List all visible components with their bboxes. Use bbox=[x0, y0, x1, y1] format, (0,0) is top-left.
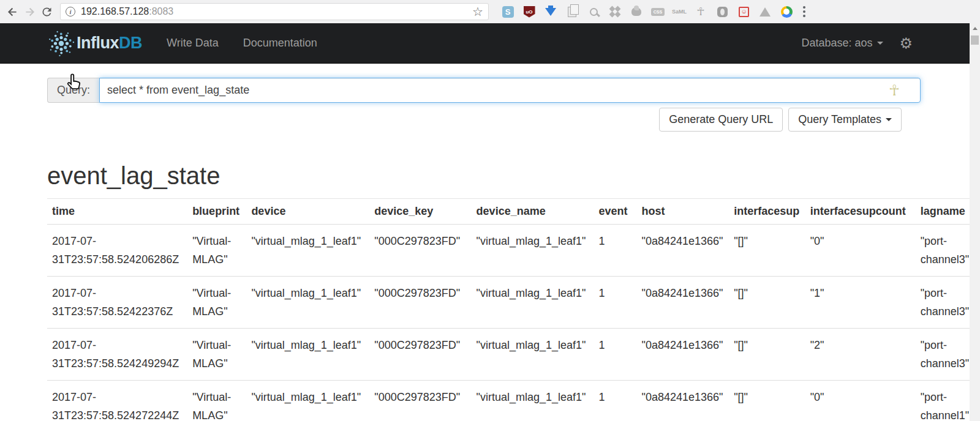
table-cell: "Virtual-MLAG" bbox=[187, 381, 246, 421]
table-cell: "000C297823FD" bbox=[369, 381, 471, 421]
url-text: 192.168.57.128:8083 bbox=[81, 6, 472, 17]
table-cell: "2" bbox=[805, 329, 916, 381]
reload-button[interactable] bbox=[38, 3, 55, 20]
query-input[interactable] bbox=[99, 78, 921, 103]
pages-extension-icon[interactable] bbox=[565, 5, 579, 18]
drive-extension-icon[interactable] bbox=[758, 5, 772, 18]
influxdb-starburst-icon bbox=[47, 29, 75, 58]
chevron-down-icon bbox=[886, 118, 892, 121]
table-cell: 1 bbox=[594, 381, 636, 421]
table-cell: "1" bbox=[805, 277, 916, 329]
column-header-device_key: device_key bbox=[369, 199, 471, 225]
download-arrow-icon[interactable] bbox=[544, 5, 557, 18]
table-cell: "virtual_mlag_1_leaf1" bbox=[472, 277, 594, 329]
table-cell: "000C297823FD" bbox=[369, 225, 471, 277]
table-row: 2017-07-31T23:57:58.524206286Z"Virtual-M… bbox=[47, 225, 980, 277]
column-header-device: device bbox=[246, 199, 369, 225]
results-table: timeblueprintdevicedevice_keydevice_name… bbox=[47, 198, 980, 421]
generate-query-url-button[interactable]: Generate Query URL bbox=[659, 108, 783, 132]
table-cell: "virtual_mlag_1_leaf1" bbox=[246, 381, 369, 421]
ublock-origin-icon[interactable]: uO bbox=[522, 5, 536, 18]
table-cell: "virtual_mlag_1_leaf1" bbox=[246, 277, 369, 329]
address-bar[interactable]: i 192.168.57.128:8083 ☆ bbox=[60, 3, 489, 20]
page-scrollbar[interactable] bbox=[970, 23, 980, 421]
nav-link-write-data[interactable]: Write Data bbox=[167, 37, 219, 50]
table-cell: "Virtual-MLAG" bbox=[187, 329, 246, 381]
table-cell: "0a84241e1366" bbox=[637, 381, 729, 421]
table-cell: "0a84241e1366" bbox=[637, 225, 729, 277]
table-cell: "000C297823FD" bbox=[369, 329, 471, 381]
column-header-interfacesup: interfacesup bbox=[729, 199, 805, 225]
red-stamp-extension-icon[interactable] bbox=[737, 5, 750, 18]
nav-link-documentation[interactable]: Documentation bbox=[243, 37, 317, 50]
column-header-blueprint: blueprint bbox=[187, 199, 246, 225]
back-button[interactable] bbox=[4, 3, 21, 20]
css-extension-icon[interactable]: CSS bbox=[651, 5, 665, 18]
table-cell: "virtual_mlag_1_leaf1" bbox=[246, 225, 369, 277]
table-cell: 1 bbox=[594, 329, 636, 381]
table-cell: "000C297823FD" bbox=[369, 277, 471, 329]
session-extension-icon[interactable]: S bbox=[501, 5, 514, 18]
table-cell: "[]" bbox=[729, 381, 805, 421]
table-cell: "[]" bbox=[729, 277, 805, 329]
chevron-down-icon bbox=[877, 42, 883, 45]
column-header-device_name: device_name bbox=[472, 199, 594, 225]
table-cell: 1 bbox=[594, 277, 636, 329]
admin-page: Query: ☥ Generate Query URL Query Templa… bbox=[0, 64, 980, 421]
table-cell: "0a84241e1366" bbox=[637, 277, 729, 329]
page-info-icon[interactable]: i bbox=[66, 7, 75, 17]
column-header-interfacesupcount: interfacesupcount bbox=[805, 199, 916, 225]
brand-text: InfluxDB bbox=[77, 34, 142, 53]
forward-button[interactable] bbox=[21, 3, 38, 20]
column-header-event: event bbox=[594, 199, 636, 225]
dropbox-extension-icon[interactable] bbox=[608, 5, 622, 18]
table-row: 2017-07-31T23:57:58.524249294Z"Virtual-M… bbox=[47, 329, 980, 381]
table-cell: "virtual_mlag_1_leaf1" bbox=[246, 329, 369, 381]
table-cell: 1 bbox=[594, 225, 636, 277]
column-header-time: time bbox=[47, 199, 187, 225]
measurement-title: event_lag_state bbox=[47, 162, 921, 190]
table-cell: "0" bbox=[805, 225, 916, 277]
table-cell: "Virtual-MLAG" bbox=[187, 225, 246, 277]
query-templates-button[interactable]: Query Templates bbox=[788, 108, 902, 132]
table-cell: 2017-07-31T23:57:58.52422376Z bbox=[47, 277, 187, 329]
bookmark-star-icon[interactable]: ☆ bbox=[472, 6, 483, 18]
ankh-extension-icon[interactable]: ☥ bbox=[694, 5, 707, 18]
code-search-icon[interactable] bbox=[587, 5, 600, 18]
saml-extension-icon[interactable]: SaML bbox=[673, 5, 686, 18]
table-cell: "0" bbox=[805, 381, 916, 421]
influxdb-navbar: InfluxDB Write Data Documentation Databa… bbox=[0, 23, 980, 64]
table-cell: 2017-07-31T23:57:58.524206286Z bbox=[47, 225, 187, 277]
table-cell: "0a84241e1366" bbox=[637, 329, 729, 381]
column-header-host: host bbox=[637, 199, 729, 225]
keep-extension-icon[interactable] bbox=[780, 5, 793, 18]
table-cell: "virtual_mlag_1_leaf1" bbox=[472, 225, 594, 277]
bird-extension-icon[interactable] bbox=[630, 5, 643, 18]
query-group: Query: ☥ bbox=[47, 78, 921, 103]
browser-toolbar: i 192.168.57.128:8083 ☆ S uO CSS SaML ☥ bbox=[0, 0, 980, 23]
table-cell: "[]" bbox=[729, 225, 805, 277]
scrollbar-up-button[interactable] bbox=[970, 23, 980, 34]
query-buttons: Generate Query URL Query Templates bbox=[47, 108, 921, 132]
table-cell: "[]" bbox=[729, 329, 805, 381]
table-cell: "virtual_mlag_1_leaf1" bbox=[472, 381, 594, 421]
influxdb-logo[interactable]: InfluxDB bbox=[47, 29, 142, 58]
table-row: 2017-07-31T23:57:58.52422376Z"Virtual-ML… bbox=[47, 277, 980, 329]
extensions-row: S uO CSS SaML ☥ bbox=[501, 5, 793, 18]
table-cell: "Virtual-MLAG" bbox=[187, 277, 246, 329]
table-header-row: timeblueprintdevicedevice_keydevice_name… bbox=[47, 199, 980, 225]
database-dropdown[interactable]: Database: aos bbox=[801, 37, 883, 50]
table-cell: 2017-07-31T23:57:58.524272244Z bbox=[47, 381, 187, 421]
navbar-right: Database: aos ⚙ bbox=[801, 36, 913, 51]
query-label: Query: bbox=[47, 78, 99, 103]
table-row: 2017-07-31T23:57:58.524272244Z"Virtual-M… bbox=[47, 381, 980, 421]
mask-extension-icon[interactable] bbox=[715, 5, 729, 18]
table-cell: "virtual_mlag_1_leaf1" bbox=[472, 329, 594, 381]
settings-gear-icon[interactable]: ⚙ bbox=[899, 36, 913, 51]
scrollbar-thumb[interactable] bbox=[971, 35, 979, 45]
table-cell: 2017-07-31T23:57:58.524249294Z bbox=[47, 329, 187, 381]
browser-menu-icon[interactable] bbox=[801, 4, 808, 20]
